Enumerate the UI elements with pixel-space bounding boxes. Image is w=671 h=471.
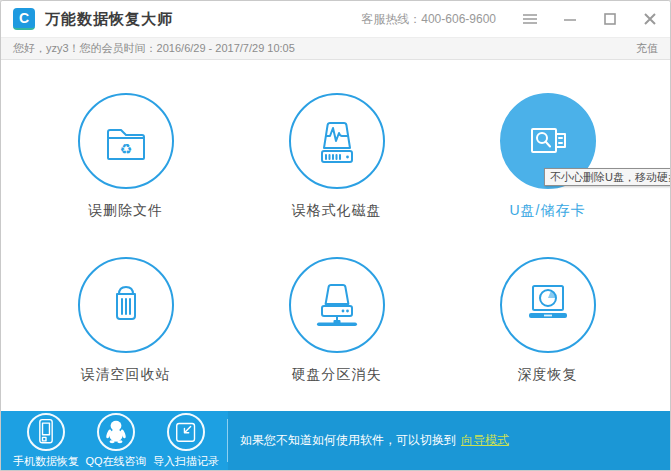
feature-circle — [289, 257, 385, 353]
shortcut-circle — [97, 413, 135, 451]
recharge-link[interactable]: 充值 — [636, 41, 658, 56]
shortcut-label: 手机数据恢复 — [13, 454, 79, 469]
window-controls — [522, 11, 658, 27]
hotline-label: 客服热线：400-606-9600 — [361, 11, 496, 28]
app-logo-icon: C — [13, 8, 35, 30]
feature-deep-recovery[interactable]: 深度恢复 — [442, 257, 653, 384]
hdd-partition-icon — [309, 277, 365, 333]
import-icon — [169, 414, 203, 450]
qq-icon — [99, 414, 133, 450]
feature-label: 深度恢复 — [518, 366, 578, 384]
folder-recycle-icon: ♻ — [98, 113, 154, 169]
feature-circle: ♻ — [78, 93, 174, 189]
usb-tooltip: 不小心删除U盘，移动硬盘和各 — [544, 168, 671, 186]
minimize-icon[interactable] — [562, 11, 578, 27]
laptop-pie-icon — [520, 277, 576, 333]
feature-grid: ♻ 误删除文件 误格式化磁盘 — [1, 61, 671, 384]
footer-hint: 如果您不知道如何使用软件，可以切换到 向导模式 — [228, 411, 671, 470]
feature-recycle-bin[interactable]: 误清空回收站 — [20, 257, 231, 384]
maximize-icon[interactable] — [602, 11, 618, 27]
feature-lost-partition[interactable]: 硬盘分区消失 — [231, 257, 442, 384]
app-window: C 万能数据恢复大师 客服热线：400-606-9600 您好，yzy3！您的会… — [0, 0, 671, 471]
feature-label: 误格式化磁盘 — [292, 202, 382, 220]
membership-info: 您好，yzy3！您的会员时间：2016/6/29 - 2017/7/29 10:… — [13, 41, 295, 56]
footer-shortcuts: 手机数据恢复 QQ在线咨询 — [1, 411, 221, 470]
feature-label: 硬盘分区消失 — [292, 366, 382, 384]
close-icon[interactable] — [642, 11, 658, 27]
feature-label: 误清空回收站 — [81, 366, 171, 384]
shortcut-qq-support[interactable]: QQ在线咨询 — [81, 411, 151, 470]
menu-icon[interactable] — [522, 11, 538, 27]
footer-bar: 手机数据恢复 QQ在线咨询 — [1, 411, 671, 470]
title-bar: C 万能数据恢复大师 客服热线：400-606-9600 — [1, 1, 670, 37]
feature-deleted-files[interactable]: ♻ 误删除文件 — [20, 93, 231, 220]
svg-text:♻: ♻ — [119, 141, 132, 157]
trash-icon — [98, 277, 154, 333]
shortcut-import-scan[interactable]: 导入扫描记录 — [151, 411, 221, 470]
shortcut-circle — [167, 413, 205, 451]
feature-circle — [78, 257, 174, 353]
shortcut-label: 导入扫描记录 — [153, 454, 219, 469]
hint-text: 如果您不知道如何使用软件，可以切换到 — [240, 432, 456, 449]
shortcut-phone-recovery[interactable]: 手机数据恢复 — [11, 411, 81, 470]
wizard-mode-link[interactable]: 向导模式 — [461, 432, 509, 449]
feature-formatted-disk[interactable]: 误格式化磁盘 — [231, 93, 442, 220]
app-title: 万能数据恢复大师 — [45, 10, 173, 29]
feature-usb-card[interactable]: U盘/储存卡 — [442, 93, 653, 220]
feature-circle — [500, 257, 596, 353]
feature-circle — [289, 93, 385, 189]
phone-icon — [29, 413, 63, 451]
disk-pulse-icon — [309, 113, 365, 169]
shortcut-circle — [27, 413, 65, 451]
feature-label: 误删除文件 — [88, 202, 163, 220]
feature-label: U盘/储存卡 — [510, 202, 586, 220]
logo-glyph: C — [19, 10, 29, 26]
user-bar: 您好，yzy3！您的会员时间：2016/6/29 - 2017/7/29 10:… — [1, 37, 670, 60]
usb-search-icon — [520, 113, 576, 169]
shortcut-label: QQ在线咨询 — [85, 454, 146, 469]
